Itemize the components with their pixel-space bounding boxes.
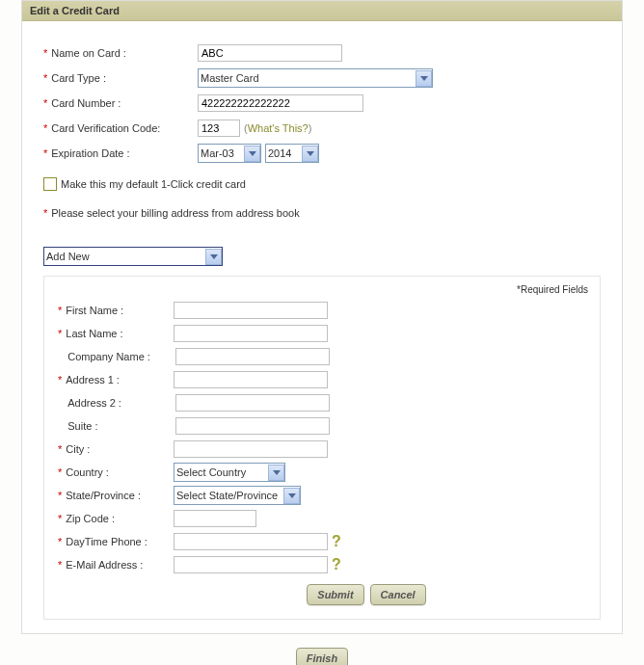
company-label: Company Name : xyxy=(67,351,150,362)
cvv-input[interactable] xyxy=(198,120,240,137)
panel-title: Edit a Credit Card xyxy=(22,1,622,21)
state-select[interactable]: Select State/Province xyxy=(174,486,301,505)
default-card-checkbox[interactable] xyxy=(43,177,57,191)
country-select[interactable]: Select Country xyxy=(174,463,285,482)
finish-button[interactable]: Finish xyxy=(296,648,348,665)
help-icon[interactable]: ? xyxy=(332,556,341,573)
exp-month-select[interactable]: Mar-03 xyxy=(198,144,261,163)
chevron-down-icon xyxy=(416,70,432,87)
required-fields-label: *Required Fields xyxy=(58,284,588,295)
chevron-down-icon xyxy=(205,249,222,265)
billing-select-label: Please select your billing address from … xyxy=(51,207,299,219)
edit-card-panel: Edit a Credit Card *Name on Card : *Card… xyxy=(21,0,623,634)
cancel-button[interactable]: Cancel xyxy=(370,584,426,605)
company-input[interactable] xyxy=(175,348,330,365)
whats-this-link[interactable]: What's This? xyxy=(248,122,309,134)
exp-year-select[interactable]: 2014 xyxy=(265,144,319,163)
help-icon[interactable]: ? xyxy=(332,533,341,550)
card-number-input[interactable] xyxy=(198,94,363,112)
card-type-select[interactable]: Master Card xyxy=(198,68,433,88)
daytime-phone-input[interactable] xyxy=(174,533,328,550)
chevron-down-icon xyxy=(244,146,260,162)
address2-input[interactable] xyxy=(175,394,330,412)
email-label: E-Mail Address : xyxy=(66,559,143,571)
cvv-label: Card Verification Code: xyxy=(51,122,160,134)
chevron-down-icon xyxy=(283,488,300,504)
address1-input[interactable] xyxy=(174,371,328,388)
suite-input[interactable] xyxy=(175,417,330,435)
state-label: State/Province : xyxy=(66,490,141,501)
address2-label: Address 2 : xyxy=(67,397,121,409)
card-form: *Name on Card : *Card Type : Master Card… xyxy=(22,21,622,239)
chevron-down-icon xyxy=(268,465,284,481)
address-form: *Required Fields *First Name : *Last Nam… xyxy=(43,276,601,620)
last-name-input[interactable] xyxy=(174,325,328,342)
zip-label: Zip Code : xyxy=(66,513,115,524)
email-input[interactable] xyxy=(174,556,328,573)
card-type-label: Card Type : xyxy=(51,72,106,84)
submit-button[interactable]: Submit xyxy=(307,584,363,605)
last-name-label: Last Name : xyxy=(66,328,122,339)
city-label: City : xyxy=(66,443,90,455)
first-name-label: First Name : xyxy=(66,305,123,316)
chevron-down-icon xyxy=(302,146,318,162)
country-label: Country : xyxy=(66,466,109,478)
card-number-label: Card Number : xyxy=(51,97,121,109)
address-book-select[interactable]: Add New xyxy=(43,247,223,266)
suite-label: Suite : xyxy=(67,420,97,432)
address1-label: Address 1 : xyxy=(66,374,120,386)
name-on-card-label: Name on Card : xyxy=(51,47,126,59)
name-on-card-input[interactable] xyxy=(198,44,342,62)
zip-input[interactable] xyxy=(174,510,256,527)
default-card-label: Make this my default 1-Click credit card xyxy=(61,178,246,190)
exp-label: Expiration Date : xyxy=(51,147,129,159)
daytime-phone-label: DayTime Phone : xyxy=(66,536,148,547)
city-input[interactable] xyxy=(174,440,328,458)
req-star: * xyxy=(43,47,47,59)
first-name-input[interactable] xyxy=(174,302,328,319)
